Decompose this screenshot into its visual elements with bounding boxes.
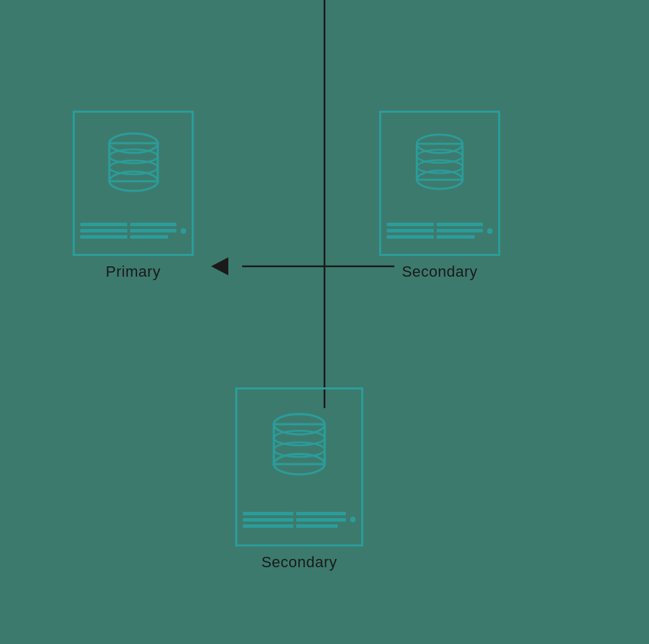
secondary-right-db-icon: [410, 127, 469, 193]
secondary-bottom-monitor: [235, 387, 363, 546]
primary-node: Primary: [73, 111, 194, 281]
diagram-container: Primary: [0, 0, 649, 644]
primary-monitor: [73, 111, 194, 256]
primary-monitor-base: [73, 208, 194, 256]
primary-monitor-dot: [181, 228, 186, 234]
primary-monitor-grid: [80, 223, 176, 239]
secondary-right-monitor: [379, 111, 500, 256]
primary-label: Primary: [106, 263, 161, 281]
secondary-right-base: [379, 208, 500, 256]
secondary-right-label: Secondary: [402, 263, 478, 281]
secondary-right-node: Secondary: [379, 111, 500, 281]
primary-db-icon: [102, 126, 165, 195]
secondary-right-dot: [487, 228, 493, 234]
secondary-bottom-dot: [350, 517, 356, 522]
primary-monitor-screen: [73, 111, 194, 208]
secondary-bottom-node: Secondary: [235, 387, 363, 571]
secondary-bottom-db-icon: [266, 406, 332, 479]
secondary-right-grid: [387, 223, 483, 239]
secondary-bottom-grid: [243, 512, 346, 528]
secondary-bottom-base: [235, 495, 363, 546]
secondary-bottom-label: Secondary: [262, 553, 338, 571]
secondary-bottom-screen: [235, 387, 363, 495]
secondary-right-screen: [379, 111, 500, 208]
svg-marker-4: [211, 257, 228, 275]
